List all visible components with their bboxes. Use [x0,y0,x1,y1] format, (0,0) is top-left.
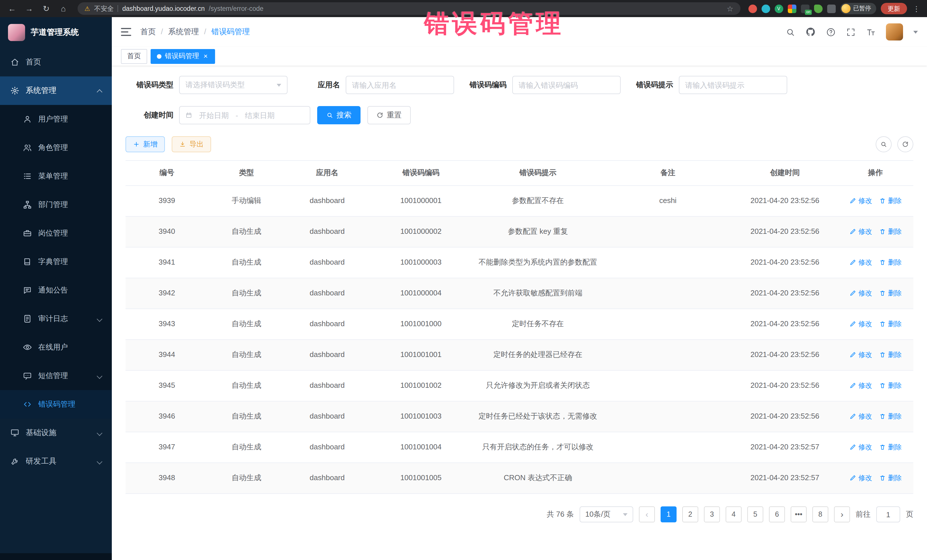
avatar-caret-down-icon[interactable] [913,30,918,33]
tab-close-icon[interactable] [202,53,209,59]
delete-link[interactable]: 删除 [879,196,902,206]
browser-profile-chip[interactable]: 已暂停 [840,3,876,14]
delete-link[interactable]: 删除 [879,288,902,299]
github-icon[interactable] [805,27,816,37]
address-bar[interactable]: ⚠ 不安全 dashboard.yudao.iocoder.cn/system/… [78,2,740,15]
search-button[interactable]: 搜索 [317,106,360,124]
add-button-label: 新增 [143,140,158,149]
delete-link[interactable]: 删除 [879,381,902,391]
delete-link[interactable]: 删除 [879,443,902,452]
page-more-button[interactable]: ••• [791,506,807,522]
browser-extension-icon[interactable] [748,4,757,13]
page-button-2[interactable]: 2 [682,506,698,522]
show-search-icon[interactable] [876,136,892,152]
error-msg-field[interactable] [679,76,787,94]
start-date-input[interactable] [196,111,232,120]
edit-link[interactable]: 修改 [849,196,872,206]
sidebar-item-roles[interactable]: 角色管理 [0,134,112,162]
edit-link[interactable]: 修改 [849,412,872,422]
sidebar-item-dictionary[interactable]: 字典管理 [0,247,112,276]
browser-extension-icon[interactable] [787,4,796,13]
fullscreen-icon[interactable] [846,27,856,37]
delete-link[interactable]: 删除 [879,473,902,483]
page-button-1[interactable]: 1 [661,506,676,522]
app-name-field[interactable] [346,76,454,94]
sidebar-item-error-code[interactable]: 错误码管理 [0,390,112,419]
delete-link[interactable]: 删除 [879,350,902,360]
sidebar-item-sms[interactable]: 短信管理 [0,361,112,390]
sidebar-item-notices[interactable]: 通知公告 [0,276,112,305]
browser-extension-icon[interactable]: on [801,4,809,13]
browser-forward-icon[interactable]: → [23,2,35,15]
search-icon[interactable] [786,27,795,37]
add-button[interactable]: 新增 [126,136,165,152]
cell-time: 2021-04-20 23:52:56 [732,255,838,270]
app-name-input[interactable] [352,81,448,89]
sidebar-item-dev-tools[interactable]: 研发工具 [0,447,112,476]
page-button-8[interactable]: 8 [812,506,828,522]
bookmark-star-icon[interactable]: ☆ [727,4,733,13]
browser-update-button[interactable]: 更新 [881,3,907,14]
page-button-3[interactable]: 3 [704,506,720,522]
browser-extension-icon[interactable] [814,4,822,13]
error-type-select[interactable]: 请选择错误码类型 [179,76,287,94]
sidebar-item-system[interactable]: 系统管理 [0,76,112,105]
error-code-field[interactable] [512,76,621,94]
browser-back-icon[interactable]: ← [6,2,18,15]
announcement-icon [23,286,32,295]
help-icon[interactable] [826,27,836,37]
app-logo[interactable]: 芋道管理系统 [0,17,112,48]
browser-extension-icon[interactable]: V [774,4,783,13]
sidebar-item-online-users[interactable]: 在线用户 [0,333,112,361]
font-size-icon[interactable] [866,27,876,37]
edit-link[interactable]: 修改 [849,288,872,299]
browser-refresh-icon[interactable]: ↻ [40,2,53,15]
sidebar-item-home[interactable]: 首页 [0,48,112,76]
sidebar-item-label: 短信管理 [38,371,68,381]
edit-link[interactable]: 修改 [849,319,872,329]
extensions-puzzle-icon[interactable] [827,4,836,13]
tab-error-code[interactable]: 错误码管理 [150,49,215,64]
error-code-input[interactable] [518,81,614,89]
delete-link[interactable]: 删除 [879,319,902,329]
sidebar-item-menus[interactable]: 菜单管理 [0,162,112,190]
export-button[interactable]: 导出 [172,136,211,152]
page-size-select[interactable]: 10条/页 [580,506,633,522]
goto-page-input[interactable] [876,506,900,522]
refresh-table-icon[interactable] [897,136,913,152]
browser-menu-icon[interactable]: ⋮ [912,4,921,13]
sidebar-item-users[interactable]: 用户管理 [0,105,112,134]
browser-home-icon[interactable]: ⌂ [57,2,70,15]
reset-button[interactable]: 重置 [368,106,411,124]
browser-extension-icon[interactable] [761,4,770,13]
end-date-input[interactable] [242,111,278,120]
delete-link[interactable]: 删除 [879,258,902,268]
sidebar-item-label: 通知公告 [38,285,68,295]
sidebar-item-audit-log[interactable]: 审计日志 [0,305,112,333]
delete-link[interactable]: 删除 [879,412,902,422]
prev-page-button[interactable]: ‹ [639,506,655,522]
sidebar-item-departments[interactable]: 部门管理 [0,190,112,219]
edit-link[interactable]: 修改 [849,227,872,237]
sidebar-item-infrastructure[interactable]: 基础设施 [0,419,112,447]
edit-link[interactable]: 修改 [849,350,872,360]
edit-link[interactable]: 修改 [849,473,872,483]
edit-link[interactable]: 修改 [849,381,872,391]
hamburger-icon[interactable] [121,28,131,36]
date-range-picker[interactable]: - [179,106,310,124]
delete-link[interactable]: 删除 [879,227,902,237]
user-icon [23,115,32,124]
breadcrumb-system[interactable]: 系统管理 [156,27,199,37]
page-button-6[interactable]: 6 [769,506,785,522]
user-avatar[interactable] [886,23,903,41]
tab-home[interactable]: 首页 [121,49,147,64]
edit-link[interactable]: 修改 [849,443,872,452]
next-page-button[interactable]: › [834,506,850,522]
sidebar-item-posts[interactable]: 岗位管理 [0,219,112,247]
breadcrumb-home[interactable]: 首页 [140,27,156,37]
page-button-5[interactable]: 5 [747,506,763,522]
page-button-4[interactable]: 4 [726,506,742,522]
edit-link[interactable]: 修改 [849,258,872,268]
error-msg-input[interactable] [685,81,781,89]
sidebar-collapse-bar[interactable] [0,553,112,560]
